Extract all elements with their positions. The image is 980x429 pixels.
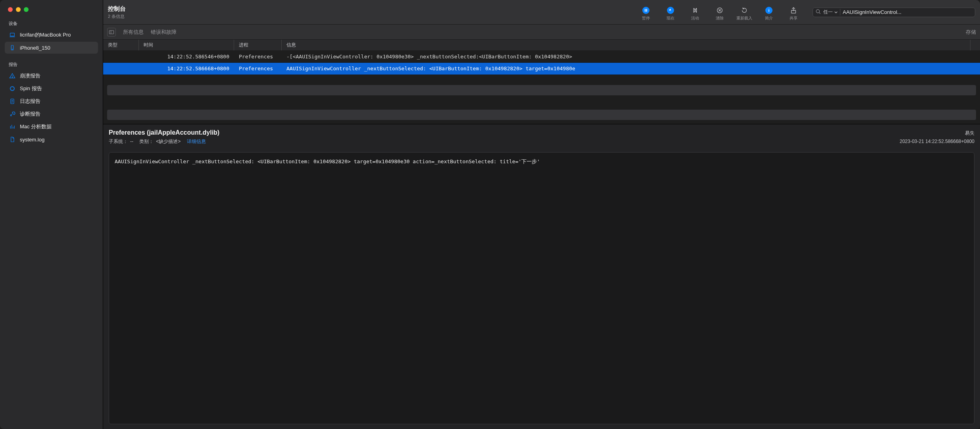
spinner-icon: [9, 85, 16, 92]
detail-subsystem-label: 子系统：: [109, 138, 128, 145]
log-table-header: 类型 时间 进程 信息: [103, 40, 980, 51]
detail-timestamp: 2023-03-21 14:22:52.586668+0800: [899, 139, 974, 144]
now-icon: [667, 7, 674, 14]
search-scope-label: 任一: [823, 9, 833, 15]
sidebar-device-iphone[interactable]: iPhone8_150: [5, 42, 98, 54]
detail-message-body[interactable]: AAUISignInViewController _nextButtonSele…: [109, 152, 974, 424]
pause-button[interactable]: 暂停: [637, 7, 655, 21]
svg-rect-10: [769, 10, 769, 12]
toggle-sidebar-button[interactable]: [107, 28, 116, 37]
save-search-button[interactable]: 存储: [966, 29, 976, 36]
sidebar-item-label: 崩溃报告: [20, 72, 40, 79]
search-field[interactable]: 任一: [813, 8, 975, 17]
sidebar-report-log[interactable]: 日志报告: [5, 95, 98, 107]
cell-message: AAUISignInViewController _nextButtonSele…: [282, 66, 980, 72]
cell-message: -[<AAUISignInViewController: 0x104980e30…: [282, 54, 980, 60]
wrench-icon: [9, 110, 16, 118]
close-window-button[interactable]: [8, 7, 13, 12]
toolbar-label: 简介: [765, 15, 773, 21]
now-button[interactable]: 现在: [662, 7, 679, 21]
info-icon: [765, 7, 772, 14]
filter-errors-tab[interactable]: 错误和故障: [151, 29, 177, 36]
svg-rect-0: [10, 33, 15, 36]
detail-volatile-badge: 易失: [965, 130, 974, 137]
detail-pane: Preferences (jailAppleAccount.dylib) 易失 …: [103, 124, 980, 429]
doc-text-icon: [9, 98, 16, 105]
sidebar-report-analytics[interactable]: Mac 分析数据: [5, 121, 98, 133]
minimize-window-button[interactable]: [16, 7, 21, 12]
col-message[interactable]: 信息: [282, 40, 970, 50]
log-table-body: 14:22:52.586546+0800 Preferences -[<AAUI…: [103, 51, 980, 75]
sidebar-item-label: Spin 报告: [20, 85, 42, 92]
activity-icon: [692, 7, 699, 14]
sidebar-item-label: 日志报告: [20, 98, 40, 105]
col-spacer: [970, 40, 980, 50]
svg-point-2: [12, 49, 12, 49]
svg-rect-7: [646, 9, 647, 12]
table-summary-bar: [107, 110, 976, 120]
cell-process: Preferences: [234, 66, 282, 72]
warning-icon: [9, 72, 16, 79]
sidebar-report-crash[interactable]: 崩溃报告: [5, 70, 98, 82]
svg-rect-6: [645, 9, 646, 12]
search-scope-dropdown[interactable]: 任一: [823, 9, 840, 15]
sidebar-item-label: iPhone8_150: [20, 45, 50, 51]
titlebar: 控制台 2 条信息 暂停 现在 活动 清除: [103, 0, 980, 25]
toolbar-label: 共享: [790, 15, 797, 21]
col-process[interactable]: 进程: [234, 40, 282, 50]
cell-process: Preferences: [234, 54, 282, 60]
detail-category-value: <缺少描述>: [156, 138, 181, 145]
app-window: 设备 licrifan的MacBook Pro iPhone8_150 报告: [0, 0, 980, 429]
sidebar-item-label: 诊断报告: [20, 110, 40, 118]
share-button[interactable]: 共享: [785, 7, 802, 21]
phone-icon: [9, 44, 16, 51]
svg-point-12: [816, 10, 819, 13]
sidebar-device-macbook[interactable]: licrifan的MacBook Pro: [5, 29, 98, 41]
toolbar-label: 清除: [716, 15, 724, 21]
detail-category-label: 类别：: [139, 138, 154, 145]
filter-bar: 所有信息 错误和故障 存储: [103, 25, 980, 40]
clear-button[interactable]: 清除: [711, 7, 728, 21]
sidebar-report-systemlog[interactable]: system.log: [5, 133, 98, 145]
chevron-down-icon: [834, 11, 838, 14]
activity-button[interactable]: 活动: [686, 7, 704, 21]
filter-all-tab[interactable]: 所有信息: [123, 29, 144, 36]
doc-icon: [9, 136, 16, 143]
chart-icon: [9, 123, 16, 130]
window-title: 控制台: [108, 5, 126, 13]
main-panel: 控制台 2 条信息 暂停 现在 活动 清除: [103, 0, 980, 429]
reports-section-label: 报告: [5, 60, 98, 70]
sidebar-item-label: Mac 分析数据: [20, 123, 52, 130]
col-time[interactable]: 时间: [139, 40, 234, 50]
reload-button[interactable]: 重新载入: [736, 7, 753, 21]
cell-time: 14:22:52.586546+0800: [139, 54, 234, 60]
search-input[interactable]: [843, 9, 972, 15]
toolbar-label: 现在: [667, 15, 674, 21]
sidebar-item-label: system.log: [20, 137, 44, 143]
log-row[interactable]: 14:22:52.586546+0800 Preferences -[<AAUI…: [103, 51, 980, 63]
table-summary-bar: [107, 85, 976, 95]
cell-time: 14:22:52.586668+0800: [139, 66, 234, 72]
sidebar: 设备 licrifan的MacBook Pro iPhone8_150 报告: [0, 0, 103, 429]
search-icon: [815, 9, 821, 16]
fullscreen-window-button[interactable]: [24, 7, 29, 12]
devices-section-label: 设备: [5, 19, 98, 29]
share-icon: [790, 7, 797, 14]
table-gap: [103, 99, 980, 110]
clear-icon: [716, 7, 723, 14]
svg-rect-13: [109, 30, 113, 33]
log-row[interactable]: 14:22:52.586668+0800 Preferences AAUISig…: [103, 63, 980, 75]
toolbar-label: 活动: [691, 15, 699, 21]
svg-point-9: [769, 9, 769, 10]
window-subtitle: 2 条信息: [108, 14, 126, 19]
toolbar-label: 暂停: [642, 15, 650, 21]
sidebar-report-diagnostic[interactable]: 诊断报告: [5, 108, 98, 120]
detail-info-link[interactable]: 详细信息: [187, 138, 206, 145]
svg-point-3: [12, 77, 12, 77]
table-gap: [103, 75, 980, 85]
sidebar-report-spin[interactable]: Spin 报告: [5, 83, 98, 95]
laptop-icon: [9, 31, 16, 39]
info-button[interactable]: 简介: [760, 7, 778, 21]
toolbar-label: 重新载入: [736, 15, 752, 21]
col-type[interactable]: 类型: [103, 40, 139, 50]
